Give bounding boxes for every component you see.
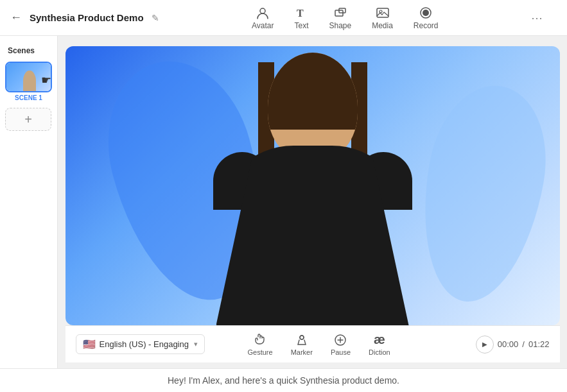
shape-icon <box>333 6 347 20</box>
tool-shape[interactable]: Shape <box>329 6 351 30</box>
tool-text[interactable]: T Text <box>294 6 308 30</box>
main-content: Scenes SCENE 1 ☛ + <box>0 36 567 368</box>
svg-point-5 <box>379 10 382 13</box>
tool-media[interactable]: Media <box>372 6 393 30</box>
back-button[interactable]: ← <box>10 11 22 24</box>
record-icon <box>419 6 433 20</box>
gesture-label: Gesture <box>248 348 273 356</box>
text-icon: T <box>294 6 308 20</box>
chevron-down-icon: ▾ <box>194 340 198 348</box>
scene-thumbnail[interactable] <box>5 62 52 92</box>
media-controls: Gesture Marker Pause <box>248 332 390 356</box>
marker-icon <box>295 333 309 347</box>
tool-record[interactable]: Record <box>414 6 439 30</box>
tool-record-label: Record <box>414 21 439 30</box>
project-title: Synthesia Product Demo <box>30 12 144 23</box>
pause-icon <box>333 333 347 347</box>
tool-media-label: Media <box>372 21 393 30</box>
gesture-button[interactable]: Gesture <box>248 333 273 356</box>
scene-avatar-body <box>23 71 36 91</box>
play-button[interactable]: ▶ <box>476 336 494 354</box>
avatar-hair-top <box>268 53 358 130</box>
tool-shape-label: Shape <box>329 21 351 30</box>
language-label: English (US) - Engaging <box>100 339 189 349</box>
sidebar-title: Scenes <box>5 46 52 55</box>
diction-label: Diction <box>369 348 390 356</box>
avatar-figure <box>200 49 425 325</box>
header-right: ⋯ <box>531 11 557 25</box>
media-icon <box>376 6 390 20</box>
canvas-area: 🇺🇸 English (US) - Engaging ▾ Gesture <box>58 36 567 368</box>
marker-label: Marker <box>291 348 313 356</box>
pause-button[interactable]: Pause <box>331 333 351 356</box>
playback-time: ▶ 00:00 / 01:22 <box>476 336 550 354</box>
svg-point-8 <box>300 336 304 339</box>
pause-label: Pause <box>331 348 351 356</box>
bg-shape-right <box>406 76 558 311</box>
tool-avatar[interactable]: Avatar <box>252 6 274 30</box>
tool-text-label: Text <box>294 21 308 30</box>
toolbar: Avatar T Text Shape Media <box>252 6 439 30</box>
header: ← Synthesia Product Demo ✎ Avatar T Text… <box>0 0 567 36</box>
time-separator: / <box>522 339 525 349</box>
scene-label: SCENE 1 <box>5 94 52 101</box>
sidebar: Scenes SCENE 1 ☛ + <box>0 36 58 368</box>
time-total: 01:22 <box>528 339 550 349</box>
video-canvas <box>65 46 560 325</box>
transcript-text: Hey! I'm Alex, and here's a quick Synthe… <box>168 375 399 386</box>
time-current: 00:00 <box>498 339 519 349</box>
play-icon: ▶ <box>482 341 487 348</box>
transcript-bar: Hey! I'm Alex, and here's a quick Synthe… <box>0 368 567 392</box>
more-options-icon[interactable]: ⋯ <box>531 12 543 24</box>
diction-button[interactable]: æ Diction <box>369 332 390 356</box>
diction-icon: æ <box>374 332 385 347</box>
flag-icon: 🇺🇸 <box>83 338 96 350</box>
svg-text:T: T <box>297 8 304 19</box>
add-scene-button[interactable]: + <box>5 108 51 131</box>
language-selector[interactable]: 🇺🇸 English (US) - Engaging ▾ <box>76 334 205 354</box>
header-left: ← Synthesia Product Demo ✎ <box>10 11 159 24</box>
avatar-icon <box>256 6 270 20</box>
edit-title-icon[interactable]: ✎ <box>152 13 159 23</box>
svg-point-6 <box>423 10 429 16</box>
avatar-head <box>268 53 358 162</box>
scene-thumb-preview <box>6 63 52 91</box>
marker-button[interactable]: Marker <box>291 333 313 356</box>
tool-avatar-label: Avatar <box>252 21 274 30</box>
svg-point-0 <box>260 8 265 13</box>
bottom-controls: 🇺🇸 English (US) - Engaging ▾ Gesture <box>65 325 560 362</box>
gesture-icon <box>253 333 267 347</box>
svg-rect-4 <box>377 8 388 17</box>
